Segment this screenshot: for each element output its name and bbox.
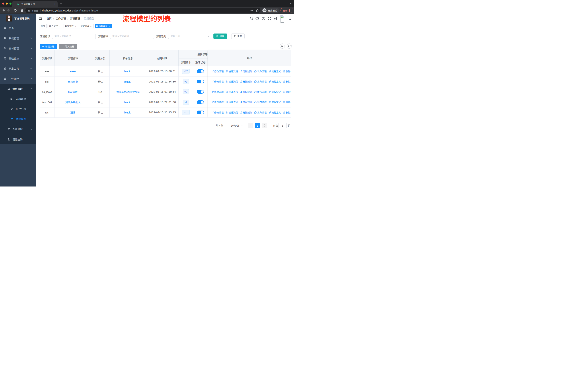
action-删除[interactable]: 删除	[283, 100, 291, 104]
action-设计流程[interactable]: 设计流程	[226, 70, 238, 73]
filter-id-input[interactable]: 请输入流程标识	[52, 34, 96, 39]
user-avatar[interactable]	[281, 15, 284, 23]
sidebar-item-流程表单[interactable]: 流程表单	[0, 94, 36, 104]
sidebar-item-研发工具[interactable]: 研发工具	[0, 63, 36, 74]
breadcrumb-item[interactable]: 流程管理	[70, 17, 80, 20]
action-发布流程[interactable]: 发布流程	[254, 100, 267, 104]
filter-category-select[interactable]: 流程分类	[168, 34, 211, 39]
address-bar[interactable]: 不安全 dashboard.yudao.iocoder.cn/bpm/manag…	[25, 8, 261, 13]
action-分配规则[interactable]: 分配规则	[240, 80, 252, 83]
cell-process-name-link[interactable]: 测试多审批人	[65, 100, 80, 104]
action-删除[interactable]: 删除	[283, 80, 291, 83]
tag-close-icon[interactable]: ×	[90, 25, 92, 27]
action-分配规则[interactable]: 分配规则	[240, 100, 252, 104]
action-删除[interactable]: 删除	[283, 70, 291, 73]
tab-tag-我的流程[interactable]: 我的流程×	[63, 24, 78, 28]
browser-forward-button[interactable]	[7, 9, 10, 12]
tab-tag-流程表单[interactable]: 流程表单×	[79, 24, 94, 28]
font-size-icon[interactable]	[274, 17, 278, 20]
action-分配规则[interactable]: 分配规则	[240, 111, 252, 114]
filter-name-input[interactable]: 请输入流程名称	[110, 34, 154, 39]
action-设计流程[interactable]: 设计流程	[226, 100, 238, 104]
sidebar-item-任务管理[interactable]: 任务管理	[0, 124, 36, 134]
avatar-caret-down-icon[interactable]	[289, 19, 291, 20]
cell-form-link[interactable]: /bpm/oa/leave/create	[116, 90, 140, 94]
action-发布流程[interactable]: 发布流程	[254, 90, 267, 94]
browser-menu-dots-icon[interactable]	[289, 9, 290, 12]
active-state-toggle[interactable]	[197, 90, 204, 94]
cell-form-link[interactable]: biubiu	[124, 69, 131, 73]
tab-close-icon[interactable]: ×	[53, 2, 56, 5]
tag-close-icon[interactable]: ×	[108, 25, 110, 27]
new-tab-button[interactable]	[60, 2, 62, 4]
sidebar-item-支付管理[interactable]: 支付管理	[0, 43, 36, 53]
sidebar-item-工作流程[interactable]: 工作流程	[0, 74, 36, 84]
version-tag[interactable]: v2	[183, 79, 189, 84]
window-minimize-button[interactable]	[6, 2, 8, 5]
cell-process-name-link[interactable]: eeee	[70, 69, 76, 73]
cell-process-name-link[interactable]: 滔博	[70, 111, 75, 114]
action-流程定义[interactable]: 流程定义	[269, 111, 281, 114]
version-tag[interactable]: v4	[183, 100, 189, 105]
tab-tag-租户管理[interactable]: 租户管理×	[48, 24, 62, 28]
sidebar-item-流程模型[interactable]: 流程模型	[0, 114, 36, 124]
action-修改流程[interactable]: 修改流程	[211, 100, 224, 104]
sidebar-item-用户分组[interactable]: 用户分组	[0, 104, 36, 114]
refresh-table-button[interactable]	[287, 43, 292, 49]
header-search-icon[interactable]	[250, 17, 253, 20]
tab-tag-流程模型[interactable]: 流程模型×	[94, 24, 112, 28]
cell-form-link[interactable]: biubiu	[124, 111, 131, 114]
github-icon[interactable]	[255, 17, 259, 20]
pagination-prev-button[interactable]	[248, 123, 253, 128]
cell-process-name-link[interactable]: OA 请假	[68, 90, 77, 94]
action-流程定义[interactable]: 流程定义	[269, 70, 281, 73]
active-state-toggle[interactable]	[197, 69, 204, 73]
action-设计流程[interactable]: 设计流程	[226, 111, 238, 114]
search-button[interactable]: 搜索	[213, 33, 227, 39]
breadcrumb-item[interactable]: 首页	[46, 17, 52, 20]
create-process-button[interactable]: 新建流程	[40, 44, 57, 49]
active-state-toggle[interactable]	[197, 111, 204, 114]
cell-process-name-link[interactable]: 自己审批	[68, 80, 78, 83]
sidebar-item-首页[interactable]: 首页	[0, 23, 36, 33]
browser-home-button[interactable]	[20, 9, 24, 12]
sidebar-item-流程管理[interactable]: 流程管理	[0, 84, 36, 94]
action-删除[interactable]: 删除	[283, 90, 291, 94]
browser-reload-button[interactable]	[13, 9, 17, 12]
sidebar-toggle-icon[interactable]	[39, 17, 42, 20]
action-发布流程[interactable]: 发布流程	[254, 111, 267, 114]
action-设计流程[interactable]: 设计流程	[226, 90, 238, 94]
pagination-page-input[interactable]: 1	[279, 123, 286, 128]
sidebar-item-系统管理[interactable]: 系统管理	[0, 33, 36, 43]
action-设计流程[interactable]: 设计流程	[226, 80, 238, 83]
action-修改流程[interactable]: 修改流程	[211, 80, 224, 83]
tab-tag-首页[interactable]: 首页	[39, 24, 47, 28]
action-分配规则[interactable]: 分配规则	[240, 70, 252, 73]
cell-form-link[interactable]: biubiu	[124, 80, 131, 83]
active-state-toggle[interactable]	[197, 100, 204, 104]
sidebar-item-请假查询[interactable]: 请假查询	[0, 134, 36, 144]
browser-back-button[interactable]	[2, 9, 6, 12]
tag-close-icon[interactable]: ×	[59, 25, 61, 27]
password-key-icon[interactable]	[250, 9, 254, 12]
action-流程定义[interactable]: 流程定义	[269, 90, 281, 94]
version-tag[interactable]: v21	[182, 110, 189, 115]
action-修改流程[interactable]: 修改流程	[211, 90, 224, 94]
page-size-select[interactable]: 10条/页	[226, 123, 244, 128]
action-删除[interactable]: 删除	[283, 111, 291, 114]
version-tag[interactable]: v17	[182, 69, 189, 74]
browser-tab[interactable]: 芋道管理系统 ×	[12, 1, 58, 7]
bookmark-star-icon[interactable]	[256, 9, 259, 12]
action-修改流程[interactable]: 修改流程	[211, 111, 224, 114]
active-state-toggle[interactable]	[197, 80, 204, 83]
sidebar-logo[interactable]: 芋道管理系统	[0, 14, 36, 23]
toggle-search-button[interactable]	[280, 43, 285, 49]
action-流程定义[interactable]: 流程定义	[269, 100, 281, 104]
import-process-button[interactable]: 导入流程	[59, 44, 77, 49]
action-发布流程[interactable]: 发布流程	[254, 70, 267, 73]
tag-close-icon[interactable]: ×	[74, 25, 76, 27]
not-secure-warning-icon[interactable]	[28, 9, 30, 12]
pagination-page-1[interactable]: 1	[255, 123, 260, 128]
browser-update-button[interactable]: 更新	[281, 8, 293, 13]
cell-form-link[interactable]: biubiu	[124, 100, 131, 104]
